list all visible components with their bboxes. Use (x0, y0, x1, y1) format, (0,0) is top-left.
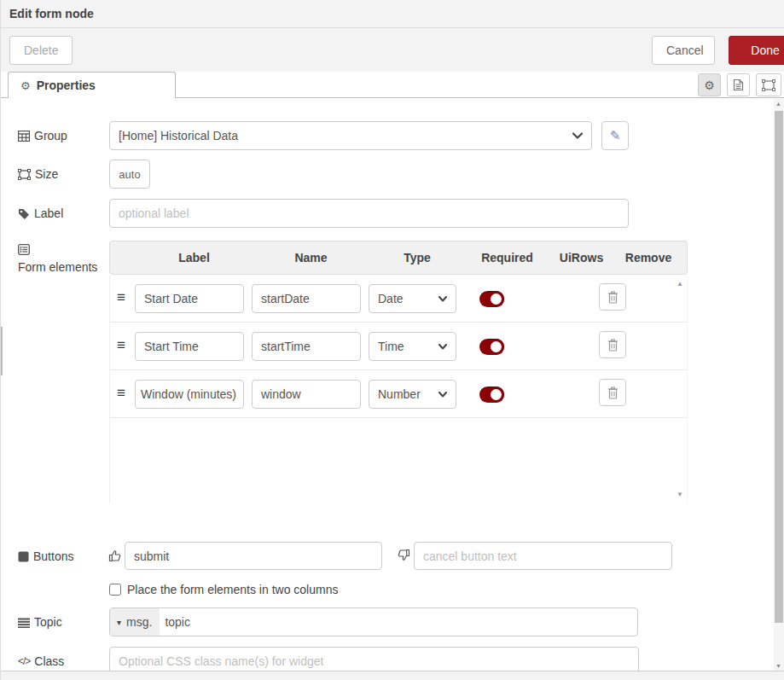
trash-icon (607, 386, 618, 399)
dialog-toolbar: Delete Cancel Done (1, 28, 784, 72)
scrollbar-up-icon[interactable]: ▲ (775, 101, 781, 107)
column-header-name: Name (253, 251, 369, 264)
vertical-scrollbar[interactable]: ▲ ▼ (774, 99, 784, 671)
form-elements-label: Form elements (18, 244, 105, 276)
column-header-remove: Remove (613, 251, 683, 264)
chevron-down-icon (438, 392, 447, 398)
submit-button-text-input[interactable] (125, 542, 382, 570)
sidebar-grip[interactable] (1, 327, 3, 375)
drag-handle-icon[interactable]: ≡ (117, 337, 125, 354)
group-select[interactable]: [Home] Historical Data (109, 121, 592, 150)
group-select-value: [Home] Historical Data (119, 129, 238, 142)
cancel-button[interactable]: Cancel (652, 36, 715, 65)
drag-handle-icon[interactable]: ≡ (117, 385, 125, 402)
remove-element-button[interactable] (599, 283, 626, 311)
drag-handle-icon[interactable]: ≡ (117, 289, 125, 306)
chevron-down-icon (572, 132, 583, 139)
element-type-value: Date (378, 292, 404, 305)
trash-icon (607, 339, 618, 352)
size-label: Size (18, 166, 105, 183)
tab-properties-label: Properties (37, 78, 96, 92)
buttons-label: Buttons (18, 549, 105, 565)
gear-icon: ⚙ (20, 79, 31, 92)
size-icon (18, 169, 31, 180)
column-header-uirows: UiRows (549, 251, 613, 264)
thumbs-down-icon (398, 549, 410, 566)
element-type-value: Number (378, 387, 421, 401)
chevron-down-icon (438, 296, 447, 302)
form-elements-table-header: Label Name Type Required UiRows Remove (109, 241, 688, 275)
done-button[interactable]: Done (729, 36, 784, 65)
column-header-type: Type (369, 251, 465, 264)
appearance-layout-button[interactable] (756, 73, 781, 96)
scrollbar-down-icon[interactable]: ▼ (775, 663, 781, 669)
column-header-required: Required (465, 251, 549, 264)
class-label: </> Class (18, 654, 105, 670)
form-elements-table: Label Name Type Required UiRows Remove ▲… (109, 241, 688, 503)
element-name-input[interactable] (252, 284, 361, 313)
form-element-row: ≡ Number (110, 370, 687, 418)
editor-toolbar-icons: ⚙ (698, 73, 781, 96)
element-label-input[interactable] (135, 284, 244, 313)
two-columns-label: Place the form elements in two columns (127, 583, 338, 596)
scrollbar-thumb[interactable] (775, 111, 783, 623)
element-label-input[interactable] (135, 332, 244, 361)
element-type-select[interactable]: Time (369, 332, 456, 361)
remove-element-button[interactable] (599, 331, 626, 358)
required-toggle[interactable] (479, 386, 504, 403)
element-type-select[interactable]: Date (369, 284, 456, 313)
caret-down-icon: ▾ (117, 618, 121, 627)
toggle-knob (488, 291, 504, 307)
chevron-down-icon (438, 344, 447, 350)
topic-typed-input: ▾ msg. (109, 607, 638, 636)
cancel-button-text-input[interactable] (414, 542, 672, 570)
form-elements-table-body: ▲ ▼ ≡ Date (109, 275, 688, 503)
remove-element-button[interactable] (599, 379, 626, 406)
object-group-icon (762, 79, 775, 91)
settings-gear-button[interactable]: ⚙ (698, 73, 721, 96)
element-type-value: Time (378, 340, 404, 353)
two-columns-option[interactable]: Place the form elements in two columns (109, 583, 338, 596)
column-header-label: Label (136, 251, 253, 264)
pencil-icon: ✎ (610, 128, 621, 142)
element-name-input[interactable] (252, 332, 361, 361)
edit-group-button[interactable]: ✎ (601, 121, 629, 150)
trash-icon (607, 291, 618, 304)
edit-form-node-dialog: Edit form node Delete Cancel Done ⚙ Prop… (0, 0, 784, 680)
scroll-down-arrow[interactable]: ▼ (677, 491, 683, 498)
bottom-strip (1, 671, 784, 680)
size-auto-button[interactable]: auto (109, 160, 150, 189)
form-element-row: ≡ Date (110, 275, 687, 323)
topic-value-input[interactable] (160, 615, 501, 629)
description-doc-button[interactable] (727, 73, 750, 96)
list-icon (18, 618, 30, 628)
group-label: Group (18, 128, 105, 144)
toggle-knob (488, 339, 504, 355)
code-icon: </> (18, 654, 30, 670)
thumbs-up-icon (108, 549, 121, 566)
tag-icon (18, 208, 30, 220)
topic-type-select[interactable]: ▾ msg. (110, 608, 160, 636)
dialog-header: Edit form node (1, 0, 784, 28)
gear-icon: ⚙ (704, 78, 715, 92)
square-icon (18, 551, 29, 562)
two-columns-checkbox[interactable] (109, 584, 121, 596)
tab-bar: ⚙ Properties ⚙ (1, 72, 784, 98)
document-icon (733, 78, 744, 91)
required-toggle[interactable] (479, 339, 504, 355)
required-toggle[interactable] (479, 291, 504, 307)
dialog-title: Edit form node (9, 7, 94, 20)
toggle-knob (488, 386, 504, 403)
element-type-select[interactable]: Number (369, 380, 456, 409)
topic-type-label: msg. (126, 615, 152, 629)
tab-properties[interactable]: ⚙ Properties (8, 72, 176, 98)
topic-label: Topic (18, 614, 105, 631)
list-alt-icon (18, 244, 30, 255)
element-label-input[interactable] (135, 380, 244, 409)
form-element-row: ≡ Time (110, 323, 687, 370)
delete-button[interactable]: Delete (9, 36, 73, 65)
table-icon (18, 131, 30, 142)
label-input[interactable] (109, 199, 629, 228)
label-label: Label (18, 206, 105, 222)
element-name-input[interactable] (252, 380, 361, 409)
